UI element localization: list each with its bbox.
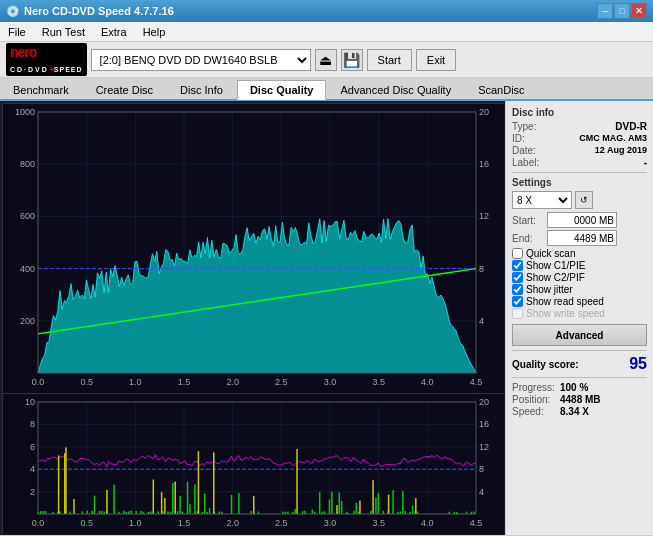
title-bar-controls: ─ □ ✕ [597, 3, 647, 19]
position-label: Position: [512, 394, 557, 405]
end-mb-label: End: [512, 233, 544, 244]
show-c1pie-row: Show C1/PIE [512, 260, 647, 271]
disc-id-row: ID: CMC MAG. AM3 [512, 133, 647, 144]
start-mb-input[interactable] [547, 212, 617, 228]
show-read-speed-checkbox[interactable] [512, 296, 523, 307]
quick-scan-label: Quick scan [526, 248, 575, 259]
menu-extra[interactable]: Extra [97, 24, 131, 40]
save-icon[interactable]: 💾 [341, 49, 363, 71]
progress-value: 100 % [560, 382, 588, 393]
show-jitter-label: Show jitter [526, 284, 573, 295]
disc-type-value: DVD-R [615, 121, 647, 132]
quick-scan-checkbox[interactable] [512, 248, 523, 259]
nero-logo: nero CD·DVD✦SPEED [6, 43, 87, 76]
menu-help[interactable]: Help [139, 24, 170, 40]
tab-disc-quality[interactable]: Disc Quality [237, 80, 327, 100]
position-value: 4488 MB [560, 394, 601, 405]
divider-2 [512, 350, 647, 351]
title-bar: 💿 Nero CD-DVD Speed 4.7.7.16 ─ □ ✕ [0, 0, 653, 22]
position-row: Position: 4488 MB [512, 394, 647, 405]
disc-id-value: CMC MAG. AM3 [579, 133, 647, 144]
right-panel: Disc info Type: DVD-R ID: CMC MAG. AM3 D… [505, 101, 653, 535]
end-mb-input[interactable] [547, 230, 617, 246]
show-read-speed-row: Show read speed [512, 296, 647, 307]
advanced-button[interactable]: Advanced [512, 324, 647, 346]
divider-1 [512, 172, 647, 173]
refresh-button[interactable]: ↺ [575, 191, 593, 209]
tab-create-disc[interactable]: Create Disc [83, 80, 166, 99]
tab-benchmark[interactable]: Benchmark [0, 80, 82, 99]
disc-type-label: Type: [512, 121, 536, 132]
disc-label-value: - [644, 157, 647, 168]
start-button[interactable]: Start [367, 49, 412, 71]
show-c2pif-row: Show C2/PIF [512, 272, 647, 283]
disc-info-title: Disc info [512, 107, 647, 118]
quality-score-label: Quality score: [512, 359, 579, 370]
speed-label-progress: Speed: [512, 406, 557, 417]
upper-chart-canvas [3, 104, 504, 393]
disc-date-row: Date: 12 Aug 2019 [512, 145, 647, 156]
speed-row: 8 X ↺ [512, 191, 647, 209]
chart-upper [2, 103, 503, 392]
progress-label: Progress: [512, 382, 557, 393]
end-mb-row: End: [512, 230, 647, 246]
charts-area [0, 101, 505, 535]
maximize-button[interactable]: □ [614, 3, 630, 19]
show-jitter-checkbox[interactable] [512, 284, 523, 295]
eject-icon[interactable]: ⏏ [315, 49, 337, 71]
start-mb-label: Start: [512, 215, 544, 226]
menu-run-test[interactable]: Run Test [38, 24, 89, 40]
progress-pct-row: Progress: 100 % [512, 382, 647, 393]
disc-label-row: Label: - [512, 157, 647, 168]
tab-bar: Benchmark Create Disc Disc Info Disc Qua… [0, 78, 653, 101]
close-button[interactable]: ✕ [631, 3, 647, 19]
show-jitter-row: Show jitter [512, 284, 647, 295]
disc-label-label: Label: [512, 157, 539, 168]
quick-scan-row: Quick scan [512, 248, 647, 259]
quality-score-row: Quality score: 95 [512, 355, 647, 373]
show-write-speed-checkbox [512, 308, 523, 319]
menu-file[interactable]: File [4, 24, 30, 40]
start-mb-row: Start: [512, 212, 647, 228]
settings-title: Settings [512, 177, 647, 188]
show-write-speed-row: Show write speed [512, 308, 647, 319]
app-icon: 💿 [6, 5, 20, 18]
show-c1pie-label: Show C1/PIE [526, 260, 585, 271]
speed-select[interactable]: 8 X [512, 191, 572, 209]
exit-button[interactable]: Exit [416, 49, 456, 71]
chart-lower [2, 393, 503, 533]
title-bar-left: 💿 Nero CD-DVD Speed 4.7.7.16 [6, 5, 174, 18]
divider-3 [512, 377, 647, 378]
show-c1pie-checkbox[interactable] [512, 260, 523, 271]
disc-type-row: Type: DVD-R [512, 121, 647, 132]
app-title: Nero CD-DVD Speed 4.7.7.16 [24, 5, 174, 17]
lower-chart-canvas [3, 394, 504, 534]
speed-value-progress: 8.34 X [560, 406, 589, 417]
quality-score-value: 95 [629, 355, 647, 373]
nero-logo-image: nero CD·DVD✦SPEED [6, 43, 87, 76]
disc-id-label: ID: [512, 133, 525, 144]
menu-bar: File Run Test Extra Help [0, 22, 653, 42]
show-write-speed-label: Show write speed [526, 308, 605, 319]
tab-disc-info[interactable]: Disc Info [167, 80, 236, 99]
main-content: Disc info Type: DVD-R ID: CMC MAG. AM3 D… [0, 101, 653, 535]
toolbar: nero CD·DVD✦SPEED [2:0] BENQ DVD DD DW16… [0, 42, 653, 78]
drive-select[interactable]: [2:0] BENQ DVD DD DW1640 BSLB [91, 49, 311, 71]
tab-scan-disc[interactable]: ScanDisc [465, 80, 537, 99]
show-c2pif-checkbox[interactable] [512, 272, 523, 283]
show-read-speed-label: Show read speed [526, 296, 604, 307]
tab-advanced-disc-quality[interactable]: Advanced Disc Quality [327, 80, 464, 99]
disc-date-label: Date: [512, 145, 536, 156]
disc-date-value: 12 Aug 2019 [595, 145, 647, 156]
minimize-button[interactable]: ─ [597, 3, 613, 19]
speed-row-progress: Speed: 8.34 X [512, 406, 647, 417]
show-c2pif-label: Show C2/PIF [526, 272, 585, 283]
